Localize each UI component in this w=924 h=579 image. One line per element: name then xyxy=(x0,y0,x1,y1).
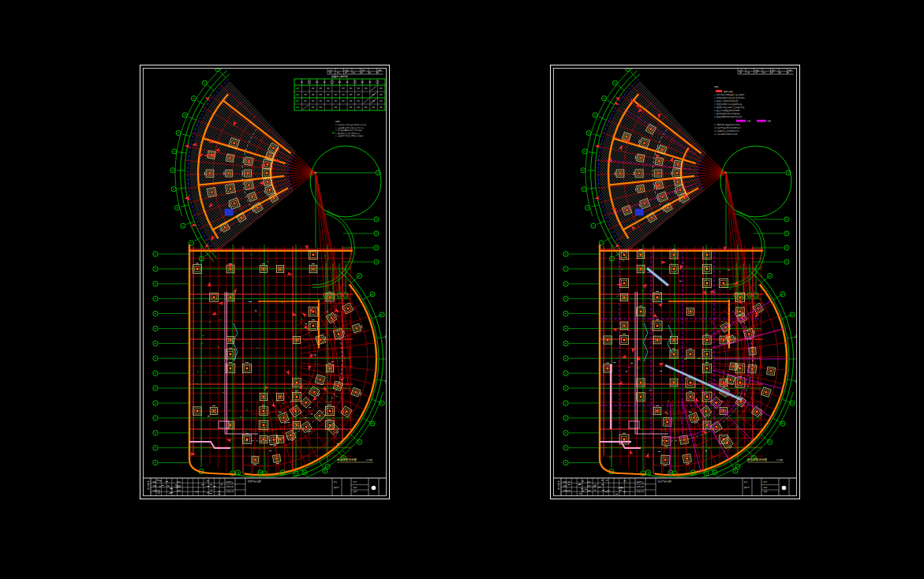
tiny-label: 审定 xyxy=(153,481,157,484)
tiny-label: 1.本图为桩位平面布置图,桩位详编号。 xyxy=(714,94,746,96)
tiny-label: 子项名称 xyxy=(226,490,234,493)
tiny-label: 姓名 xyxy=(361,69,365,72)
tiny-label: 姓名 xyxy=(772,69,775,72)
tiny-label: 12.其余详见结构设计总说明。 xyxy=(714,133,739,136)
legend-table: 桩基承台配筋表 xyxy=(294,75,385,110)
tiny-label: 校对 xyxy=(587,481,592,484)
tiny-label: 工程名称 xyxy=(226,486,234,488)
tiny-label: 7.施工前应进行成孔及试桩试验。 xyxy=(714,112,742,115)
tiny-label: 日期 xyxy=(354,487,357,489)
tiny-label: 11.桩施工时注意保护周边管线。 xyxy=(714,129,741,133)
tiny-label: 建设单位 xyxy=(226,480,234,484)
tiny-label: 日期 xyxy=(378,69,381,72)
tiny-label: 子项名称 xyxy=(637,490,645,493)
tiny-label: 设计号 xyxy=(744,486,750,489)
tiny-label: 基础平面布置图 xyxy=(337,458,357,461)
tiny-label: 2.工程桩采用钻孔灌注桩,桩径800mm。 xyxy=(714,96,746,99)
tiny-label: 5.桩顶嵌入承台100mm,主筋锚入承台。 xyxy=(714,106,746,109)
tiny-label: 校对 xyxy=(177,481,181,484)
tiny-label: 审核 xyxy=(563,485,567,487)
tiny-label: 桩位平面布置图 xyxy=(657,480,671,483)
tiny-label: 比例 xyxy=(764,491,768,493)
tiny-label: 4.单桩竖向承载力特征值详承台表。 xyxy=(714,103,743,106)
tiny-label: 4.未注明承台定位均为轴线居中。 xyxy=(335,132,361,135)
tiny-label: 设计 xyxy=(588,484,592,487)
tiny-label: 10.未尽事宜按现行规范规程执行。 xyxy=(714,126,743,129)
tiny-label: 3.承台及地梁钢筋保护层厚度50mm。 xyxy=(335,129,364,132)
left-drawing-svg: 会签专业姓名日期桩基承台配筋表说明:1.本工程±0.000相当于绝对标高详总图。… xyxy=(140,65,390,499)
tiny-label: 2.基础混凝土强度等级C35,垫层C15。 xyxy=(335,126,365,129)
tiny-label: 桩基承台配筋表 xyxy=(331,75,348,78)
tiny-label: 图号 xyxy=(354,481,357,484)
tiny-label: 审核 xyxy=(153,485,157,487)
tiny-label: 说明: xyxy=(335,120,341,123)
tiny-label: 5.基础施工完毕须会同有关单位验槽。 xyxy=(335,135,365,137)
tiny-label: 工程负责 xyxy=(153,490,161,492)
cad-viewport[interactable]: 会签专业姓名日期桩基承台配筋表说明:1.本工程±0.000相当于绝对标高详总图。… xyxy=(0,0,924,579)
tiny-label: 图名 xyxy=(744,481,748,484)
tiny-label: 基础平面布置图 xyxy=(248,480,261,483)
tiny-label: 桩位平面布置图 xyxy=(746,458,768,461)
sheet-pile-plan[interactable]: 会签专业姓名日期表示抗拔桩说明:1.本图为桩位平面布置图,桩位详编号。2.工程桩… xyxy=(550,65,800,499)
tiny-label: 日期 xyxy=(764,487,768,489)
tiny-label: 1:100 xyxy=(366,459,372,461)
tiny-label: 日期 xyxy=(788,69,791,72)
tiny-label: 1:100 xyxy=(776,459,783,461)
tiny-label: 出图专用章 xyxy=(557,480,560,491)
tiny-label: 制图 xyxy=(178,490,181,492)
right-drawing-svg: 会签专业姓名日期表示抗拔桩说明:1.本图为桩位平面布置图,桩位详编号。2.工程桩… xyxy=(550,65,800,499)
tiny-label: 图号 xyxy=(764,481,768,484)
tiny-label: 9.沉降观测点布置详见相关图纸。 xyxy=(714,123,742,126)
tiny-label: 出图专用章 xyxy=(147,480,150,491)
tiny-label: 说明: xyxy=(714,85,720,88)
tiny-label: 6.桩位允许偏差应满足规范要求。 xyxy=(714,109,742,112)
tiny-label: 审定 xyxy=(563,481,567,484)
tiny-label: 工程负责 xyxy=(563,490,571,492)
tiny-label: 3.桩端持力层为中等风化岩层。 xyxy=(714,99,740,103)
tiny-label: 建设单位 xyxy=(636,480,645,484)
tiny-label: 制图 xyxy=(588,490,592,492)
tiny-label: 8.桩基检测要求详结构设计总说明。 xyxy=(714,115,743,118)
sheet-foundation-plan[interactable]: 会签专业姓名日期桩基承台配筋表说明:1.本工程±0.000相当于绝对标高详总图。… xyxy=(140,65,390,499)
tiny-label: 工程名称 xyxy=(637,486,645,488)
tiny-label: 图名 xyxy=(334,481,338,484)
tiny-label: 比例 xyxy=(354,491,357,493)
tiny-label: 设计号 xyxy=(334,486,340,489)
